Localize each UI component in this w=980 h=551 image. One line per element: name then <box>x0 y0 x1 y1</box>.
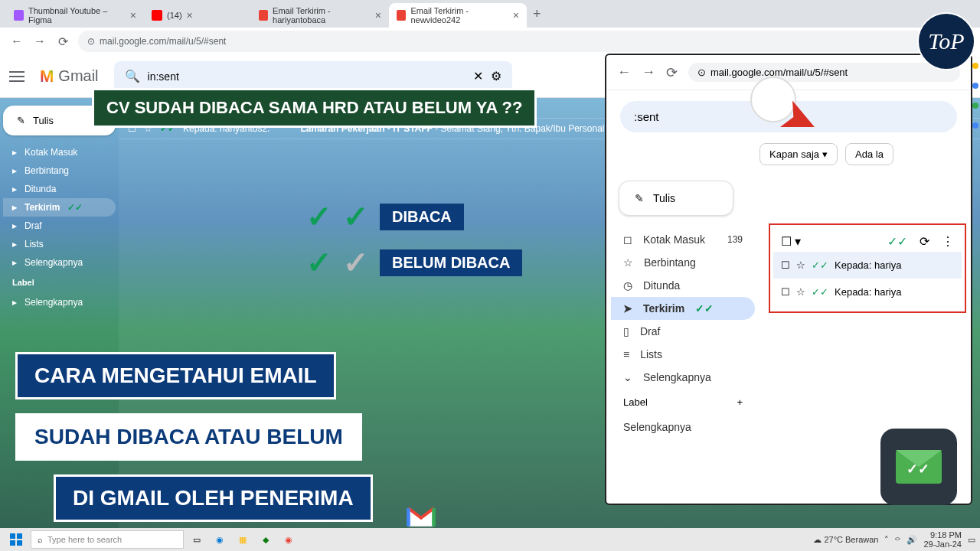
browser-tab[interactable]: Email Terkirim - hariyantobaca× <box>251 3 389 28</box>
new-tab-button[interactable]: + <box>527 6 547 22</box>
compose-label: Tulis <box>33 115 54 126</box>
add-icon[interactable]: + <box>737 396 743 408</box>
send-icon: ➤ <box>623 302 632 315</box>
clock[interactable]: 9:18 PM29-Jan-24 <box>923 530 962 549</box>
browser-tab-active[interactable]: Email Terkirim - newvideo242× <box>389 3 527 28</box>
zoom-sidebar: ✎Tulis ◻Kotak Masuk139 ☆Berbintang ◷Ditu… <box>606 176 760 443</box>
list-icon: ≡ <box>623 348 629 360</box>
reload-button[interactable]: ⟳ <box>55 34 70 49</box>
clear-icon[interactable]: ✕ <box>473 69 483 83</box>
search-icon: ⌕ <box>38 535 43 544</box>
forward-button[interactable]: → <box>642 64 655 80</box>
read-label: DIBACA <box>380 204 464 230</box>
close-icon[interactable]: × <box>513 9 519 21</box>
gmail-brand-text: Gmail <box>58 67 98 85</box>
highlight-box: ☐ ▾ ✓✓ ⟳ ⋮ ☐☆ ✓✓ Kepada: hariya ☐☆ ✓✓ Ke… <box>769 223 966 313</box>
zoom-search-text: :sent <box>634 110 659 123</box>
green-check-icon: ✓ <box>306 245 332 280</box>
star-icon[interactable]: ☆ <box>796 259 805 271</box>
forward-button[interactable]: → <box>32 34 47 49</box>
edge-icon[interactable]: ◉ <box>210 530 230 549</box>
double-check-icon: ✓✓ <box>67 202 83 213</box>
volume-icon[interactable]: 🔊 <box>906 535 917 545</box>
overlay-title-3: DI GMAIL OLEH PENERIMA <box>54 474 373 522</box>
sidebar-inbox[interactable]: ▸ Kotak Masuk <box>3 143 116 161</box>
start-button[interactable] <box>5 529 28 550</box>
close-icon[interactable]: × <box>130 9 136 21</box>
app-icon[interactable] <box>972 83 978 89</box>
sidebar-draft[interactable]: ▸ Draf <box>3 217 116 235</box>
filter-other-pill[interactable]: Ada la <box>845 143 893 165</box>
address-bar[interactable]: ⊙ mail.google.com/mail/u/5/#sent <box>78 31 948 52</box>
lock-icon: ⊙ <box>87 36 95 47</box>
zoom-label-header: Label+ <box>611 389 755 416</box>
explorer-icon[interactable]: ▦ <box>233 530 253 549</box>
chrome-icon[interactable]: ◉ <box>279 530 299 549</box>
star-icon[interactable]: ☆ <box>796 286 805 298</box>
filter-icon[interactable]: ⚙ <box>491 69 501 83</box>
unread-label: BELUM DIBACA <box>380 249 522 276</box>
gmail-logo: M Gmail <box>40 67 99 86</box>
gmail-icon <box>397 10 406 21</box>
app-icon[interactable]: ◆ <box>256 530 276 549</box>
zoom-sidebar-sent[interactable]: ➤Terkirim ✓✓ <box>611 297 755 320</box>
sidebar-more[interactable]: ▸ Selengkapnya <box>3 253 116 272</box>
zoom-message-row[interactable]: ☐☆ ✓✓ Kepada: hariya <box>773 252 962 279</box>
sidebar-lists[interactable]: ▸ Lists <box>3 235 116 253</box>
draft-icon: ▯ <box>623 325 629 337</box>
checkbox-icon[interactable]: ☐ <box>781 259 790 271</box>
browser-tab[interactable]: Thumbnail Youtube – Figma× <box>6 3 144 28</box>
zoom-sidebar-more[interactable]: ⌄Selengkapnya <box>611 366 755 389</box>
weather-widget[interactable]: ☁ 27°C Berawan <box>813 535 878 545</box>
sidebar-snoozed[interactable]: ▸ Ditunda <box>3 180 116 198</box>
select-all-checkbox[interactable]: ☐ ▾ <box>781 234 801 249</box>
reload-button[interactable]: ⟳ <box>666 64 678 81</box>
svg-rect-3 <box>17 540 22 546</box>
taskbar-search[interactable]: ⌕Type here to search <box>31 530 184 549</box>
inbox-count: 139 <box>727 234 743 245</box>
search-input[interactable] <box>148 70 466 83</box>
zoom-sidebar-draft[interactable]: ▯Draf <box>611 320 755 343</box>
notification-icon[interactable]: ▭ <box>968 535 975 545</box>
svg-rect-2 <box>10 540 15 546</box>
app-icon[interactable] <box>972 103 978 109</box>
zoom-sidebar-snoozed[interactable]: ◷Ditunda <box>611 274 755 297</box>
zoom-url-text: mail.google.com/mail/u/5/#sent <box>710 67 848 78</box>
sidebar-label-more[interactable]: ▸ Selengkapnya <box>3 293 116 311</box>
sidebar-sent[interactable]: ▸ Terkirim ✓✓ <box>3 198 116 217</box>
app-icon[interactable] <box>972 63 978 69</box>
zoom-label-more[interactable]: Selengkapnya <box>611 416 755 439</box>
zoom-sidebar-lists[interactable]: ≡Lists <box>611 343 755 366</box>
green-check-icon: ✓ <box>343 199 369 234</box>
sidebar-starred[interactable]: ▸ Berbintang <box>3 161 116 180</box>
grey-check-icon: ✓ <box>343 245 369 280</box>
checkbox-icon[interactable]: ☐ <box>781 286 790 298</box>
tab-title: Email Terkirim - newvideo242 <box>410 6 508 24</box>
menu-icon[interactable] <box>9 71 24 82</box>
tray-chevron-icon[interactable]: ˄ <box>884 535 889 545</box>
gmail-m-icon: M <box>40 67 54 86</box>
browser-tab[interactable]: (14)× <box>144 3 251 28</box>
overlay-question-banner: CV SUDAH DIBACA SAMA HRD ATAU BELUM YA ?… <box>92 88 537 128</box>
gmail-sidebar: ✎Tulis ▸ Kotak Masuk ▸ Berbintang ▸ Ditu… <box>0 98 119 530</box>
search-icon: 🔍 <box>125 69 140 83</box>
zoom-sidebar-starred[interactable]: ☆Berbintang <box>611 251 755 274</box>
zoom-sidebar-inbox[interactable]: ◻Kotak Masuk139 <box>611 228 755 251</box>
browser-tab-strip: Thumbnail Youtube – Figma× (14)× Email T… <box>0 0 980 28</box>
back-button[interactable]: ← <box>9 34 24 49</box>
app-icon[interactable] <box>972 122 978 129</box>
more-icon[interactable]: ⋮ <box>942 234 954 249</box>
task-view-icon[interactable]: ▭ <box>187 530 207 549</box>
wifi-icon[interactable]: ⌔ <box>895 535 900 544</box>
sidebar-label-header: Label <box>3 272 116 293</box>
close-icon[interactable]: × <box>187 9 193 21</box>
close-icon[interactable]: × <box>375 9 381 21</box>
zoom-url[interactable]: ⊙mail.google.com/mail/u/5/#sent <box>688 63 960 82</box>
back-button[interactable]: ← <box>617 64 631 80</box>
browser-toolbar: ← → ⟳ ⊙ mail.google.com/mail/u/5/#sent ☆ <box>0 28 980 55</box>
zoom-message-row[interactable]: ☐☆ ✓✓ Kepada: hariya <box>773 279 962 305</box>
url-text: mail.google.com/mail/u/5/#sent <box>100 36 226 47</box>
refresh-icon[interactable]: ⟳ <box>920 234 929 249</box>
search-box[interactable]: 🔍 ✕ ⚙ <box>114 61 512 92</box>
zoom-compose-button[interactable]: ✎Tulis <box>619 181 733 216</box>
